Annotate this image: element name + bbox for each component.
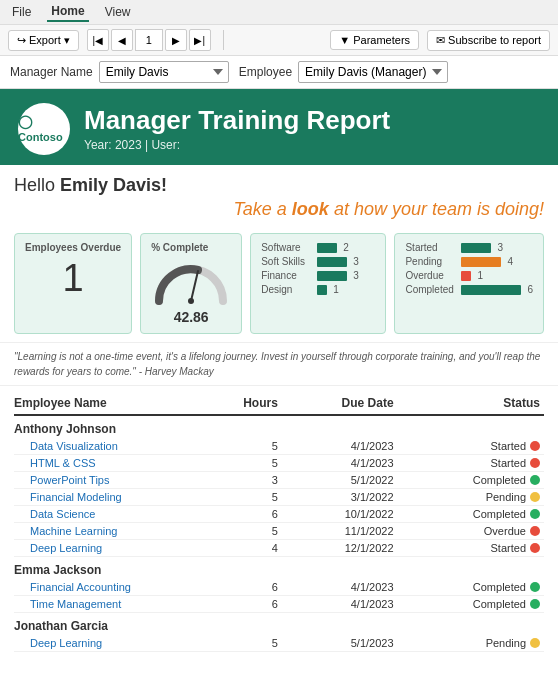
status-text: Completed (473, 508, 526, 520)
tagline-link: look (292, 199, 329, 219)
hello-name: Emily Davis! (60, 175, 167, 195)
col-hours: Hours (217, 392, 282, 415)
course-name[interactable]: Deep Learning (14, 540, 217, 557)
table-row: Deep Learning 5 5/1/2023 Pending (14, 635, 544, 652)
svg-point-1 (188, 298, 194, 304)
cat-label-finance: Finance (261, 270, 313, 281)
course-name[interactable]: Deep Learning (14, 635, 217, 652)
filter-bar: Manager Name Emily Davis Employee Emily … (0, 56, 558, 89)
status-num-completed: 6 (527, 284, 533, 295)
employee-name-row: Jonathan Garcia (14, 613, 544, 636)
course-hours: 4 (217, 540, 282, 557)
course-name[interactable]: Financial Accounting (14, 579, 217, 596)
course-name[interactable]: HTML & CSS (14, 455, 217, 472)
cat-row-design: Design 1 (261, 284, 375, 295)
status-text: Completed (473, 581, 526, 593)
course-hours: 6 (217, 579, 282, 596)
employee-filter-group: Employee Emily Davis (Manager) (239, 61, 448, 83)
status-row-completed: Completed 6 (405, 284, 533, 295)
status-text: Completed (473, 474, 526, 486)
export-icon: ↪ (17, 34, 26, 47)
col-duedate: Due Date (282, 392, 398, 415)
table-row: PowerPoint Tips 3 5/1/2022 Completed (14, 472, 544, 489)
hello-greeting: Hello (14, 175, 60, 195)
course-due: 4/1/2023 (282, 455, 398, 472)
gauge-svg (151, 257, 231, 305)
table-row: Deep Learning 4 12/1/2022 Started (14, 540, 544, 557)
page-number-input[interactable] (135, 29, 163, 51)
course-hours: 5 (217, 438, 282, 455)
course-status: Completed (398, 472, 544, 489)
employee-filter-select[interactable]: Emily Davis (Manager) (298, 61, 448, 83)
course-name[interactable]: Data Science (14, 506, 217, 523)
course-due: 4/1/2023 (282, 596, 398, 613)
svg-line-0 (191, 271, 198, 301)
hello-text: Hello Emily Davis! (14, 175, 544, 196)
status-dot (530, 582, 540, 592)
complete-card: % Complete 42.86 (140, 233, 242, 334)
menu-bar: File Home View (0, 0, 558, 25)
stats-row: Employees Overdue 1 % Complete 42.86 Sof… (0, 225, 558, 342)
course-hours: 5 (217, 489, 282, 506)
course-name[interactable]: Time Management (14, 596, 217, 613)
menu-file[interactable]: File (8, 3, 35, 21)
status-text: Pending (486, 637, 526, 649)
status-text: Pending (486, 491, 526, 503)
table-row: Data Science 6 10/1/2022 Completed (14, 506, 544, 523)
status-dot (530, 475, 540, 485)
menu-view[interactable]: View (101, 3, 135, 21)
employee-name-row: Anthony Johnson (14, 415, 544, 438)
parameters-label: Parameters (353, 34, 410, 46)
status-bar-overdue (461, 271, 471, 281)
status-num-pending: 4 (507, 256, 513, 267)
course-due: 11/1/2022 (282, 523, 398, 540)
gauge-container (151, 257, 231, 307)
menu-home[interactable]: Home (47, 2, 88, 22)
manager-filter-select[interactable]: Emily Davis (99, 61, 229, 83)
export-chevron-icon: ▾ (64, 34, 70, 47)
course-hours: 6 (217, 596, 282, 613)
next-page-button[interactable]: ▶ (165, 29, 187, 51)
gauge-value: 42.86 (151, 309, 231, 325)
cat-num-finance: 3 (353, 270, 359, 281)
status-dot (530, 599, 540, 609)
status-text: Completed (473, 598, 526, 610)
report-title: Manager Training Report (84, 106, 390, 135)
course-status: Completed (398, 596, 544, 613)
table-row: Data Visualization 5 4/1/2023 Started (14, 438, 544, 455)
course-due: 12/1/2022 (282, 540, 398, 557)
table-row: Financial Modeling 5 3/1/2022 Pending (14, 489, 544, 506)
contoso-logo: ◯ Contoso (18, 103, 70, 155)
last-page-button[interactable]: ▶| (189, 29, 211, 51)
first-page-button[interactable]: |◀ (87, 29, 109, 51)
course-name[interactable]: PowerPoint Tips (14, 472, 217, 489)
status-row-pending: Pending 4 (405, 256, 533, 267)
course-due: 5/1/2022 (282, 472, 398, 489)
export-button[interactable]: ↪ Export ▾ (8, 30, 79, 51)
cat-num-design: 1 (333, 284, 339, 295)
table-header: Employee Name Hours Due Date Status (14, 392, 544, 415)
cat-row-finance: Finance 3 (261, 270, 375, 281)
course-status: Started (398, 438, 544, 455)
course-name[interactable]: Financial Modeling (14, 489, 217, 506)
employee-name: Anthony Johnson (14, 415, 544, 438)
toolbar: ↪ Export ▾ |◀ ◀ ▶ ▶| ▼ Parameters ✉ Subs… (0, 25, 558, 56)
overdue-value: 1 (25, 257, 121, 300)
table-row: HTML & CSS 5 4/1/2023 Started (14, 455, 544, 472)
report-subtitle: Year: 2023 | User: (84, 138, 390, 152)
category-card: Software 2 Soft Skills 3 Finance 3 Desig… (250, 233, 386, 334)
status-label-overdue: Overdue (405, 270, 457, 281)
status-text: Started (491, 457, 526, 469)
quote-section: "Learning is not a one-time event, it's … (0, 342, 558, 386)
employee-filter-label: Employee (239, 65, 292, 79)
status-text: Overdue (484, 525, 526, 537)
training-table: Employee Name Hours Due Date Status Anth… (14, 392, 544, 652)
subscribe-button[interactable]: ✉ Subscribe to report (427, 30, 550, 51)
status-dot (530, 458, 540, 468)
course-name[interactable]: Machine Learning (14, 523, 217, 540)
course-due: 3/1/2022 (282, 489, 398, 506)
parameters-button[interactable]: ▼ Parameters (330, 30, 419, 50)
course-name[interactable]: Data Visualization (14, 438, 217, 455)
status-bar-pending (461, 257, 501, 267)
prev-page-button[interactable]: ◀ (111, 29, 133, 51)
